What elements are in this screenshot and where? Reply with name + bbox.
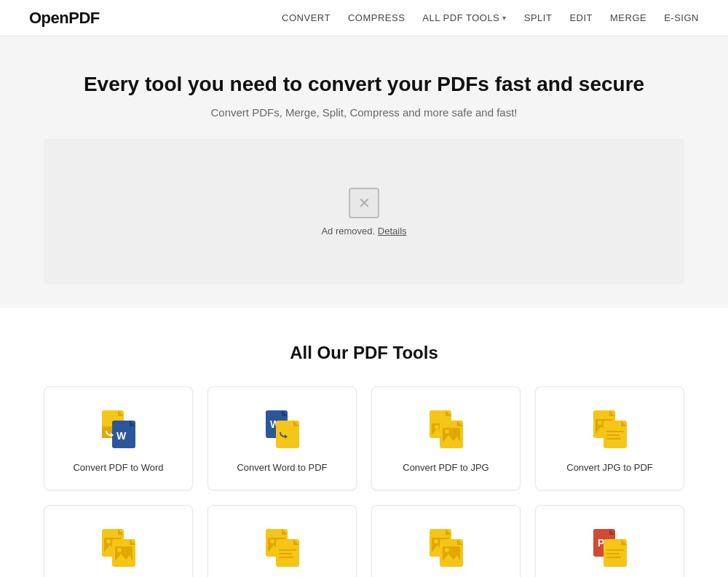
nav-convert[interactable]: CONVERT	[282, 12, 331, 23]
tool-card-tiff-to-pdf[interactable]: Convert TIFF to PDF	[371, 505, 521, 577]
svg-rect-69	[606, 553, 620, 554]
svg-rect-70	[606, 557, 621, 558]
tool-label-jpg-to-pdf: Convert JPG to PDF	[566, 461, 652, 474]
tools-section: All Our PDF Tools W Convert	[0, 308, 728, 577]
main-nav: CONVERT COMPRESS ALL PDF TOOLS ▾ SPLIT E…	[282, 12, 699, 23]
hero-subtitle: Convert PDFs, Merge, Split, Compress and…	[29, 106, 699, 119]
svg-point-61	[445, 548, 449, 552]
tool-card-word-to-pdf[interactable]: W Convert Word to PDF	[207, 386, 357, 490]
logo[interactable]: OpenPDF	[29, 9, 100, 28]
tool-card-pdf-to-png[interactable]: Convert PDF to PNG	[44, 505, 193, 577]
svg-point-16	[435, 425, 439, 429]
tool-icon-word-to-pdf: W	[263, 407, 302, 451]
nav-all-tools[interactable]: ALL PDF TOOLS ▾	[422, 12, 506, 23]
hero-title: Every tool you need to convert your PDFs…	[29, 71, 699, 98]
tool-icon-ppt-to-pdf: P	[590, 526, 630, 570]
svg-point-36	[106, 539, 111, 544]
svg-rect-52	[279, 557, 293, 558]
svg-text:W: W	[116, 430, 127, 442]
tool-label-pdf-to-jpg: Convert PDF to JPG	[403, 461, 488, 474]
tools-grid: W Convert PDF to Word W	[44, 386, 684, 577]
svg-rect-68	[606, 549, 624, 551]
svg-rect-31	[606, 434, 620, 436]
hero-section: Every tool you need to convert your PDFs…	[0, 36, 728, 308]
ad-details-link[interactable]: Details	[378, 226, 407, 236]
header: OpenPDF CONVERT COMPRESS ALL PDF TOOLS ▾…	[0, 0, 728, 36]
svg-point-26	[598, 421, 602, 425]
ad-removed-icon: ✕	[349, 188, 379, 218]
svg-point-41	[117, 548, 122, 552]
tool-icon-pdf-to-jpg	[427, 407, 466, 451]
svg-rect-50	[279, 549, 296, 551]
svg-rect-51	[279, 553, 292, 554]
tool-icon-png-to-pdf	[263, 526, 302, 570]
svg-rect-32	[606, 438, 621, 439]
tool-card-pdf-to-word[interactable]: W Convert PDF to Word	[44, 386, 193, 490]
tool-icon-pdf-to-png	[99, 526, 138, 570]
nav-edit[interactable]: EDIT	[569, 12, 593, 23]
tool-label-pdf-to-word: Convert PDF to Word	[73, 461, 163, 474]
ad-container: ✕ Ad removed. Details	[44, 139, 684, 284]
tools-heading: All Our PDF Tools	[44, 343, 684, 363]
svg-point-56	[434, 539, 438, 544]
nav-esign[interactable]: E-SIGN	[664, 12, 699, 23]
tool-card-pdf-to-jpg[interactable]: Convert PDF to JPG	[371, 386, 521, 490]
chevron-down-icon: ▾	[502, 14, 507, 22]
tool-icon-tiff-to-pdf	[427, 526, 466, 570]
tool-card-png-to-pdf[interactable]: Convert PNG to PDF	[207, 505, 357, 577]
nav-split[interactable]: SPLIT	[524, 12, 553, 23]
tool-icon-jpg-to-pdf	[590, 407, 630, 451]
svg-text:P: P	[598, 537, 604, 549]
svg-rect-30	[606, 431, 624, 432]
ad-removed-text: Ad removed. Details	[321, 226, 406, 236]
nav-compress[interactable]: COMPRESS	[348, 12, 405, 23]
tool-card-jpg-to-pdf[interactable]: Convert JPG to PDF	[535, 386, 684, 490]
nav-merge[interactable]: MERGE	[610, 12, 646, 23]
svg-point-46	[270, 539, 274, 544]
tool-card-ppt-to-pdf[interactable]: P Convert Power Point to PDF	[535, 505, 684, 577]
tool-label-word-to-pdf: Convert Word to PDF	[237, 461, 327, 474]
svg-point-21	[445, 429, 449, 434]
tool-icon-pdf-to-word: W	[99, 407, 138, 451]
